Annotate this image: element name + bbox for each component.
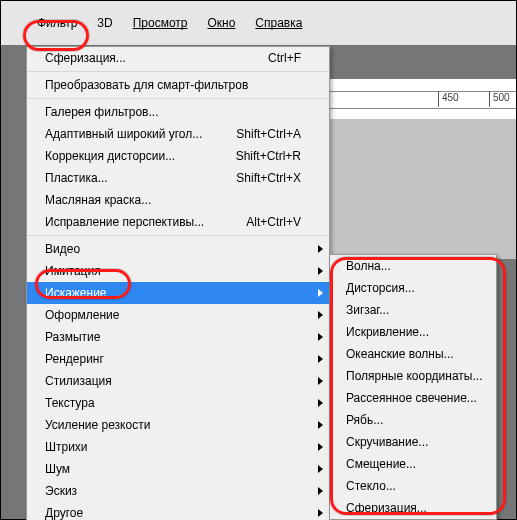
ruler-label: 450 <box>442 92 459 103</box>
chevron-right-icon <box>318 465 323 473</box>
menu-smart-filters[interactable]: Преобразовать для смарт-фильтров <box>27 74 329 96</box>
menu-item-label: Эскиз <box>45 484 77 498</box>
menu-item-label: Исправление перспективы... <box>45 215 204 229</box>
menu-shortcut: Ctrl+F <box>268 47 301 69</box>
chevron-right-icon <box>318 289 323 297</box>
submenu-displace[interactable]: Дисторсия... <box>330 277 496 299</box>
separator <box>27 235 329 236</box>
menu-oil-paint[interactable]: Масляная краска... <box>27 189 329 211</box>
menu-vanishing-point[interactable]: Исправление перспективы... Alt+Ctrl+V <box>27 211 329 233</box>
chevron-right-icon <box>318 443 323 451</box>
menu-adaptive-wide[interactable]: Адаптивный широкий угол... Shift+Ctrl+A <box>27 123 329 145</box>
menu-shortcut: Shift+Ctrl+A <box>236 123 301 145</box>
menu-window[interactable]: Окно <box>199 12 243 34</box>
chevron-right-icon <box>318 421 323 429</box>
menu-item-label: Рендеринг <box>45 352 104 366</box>
menubar: Фильтр 3D Просмотр Окно Справка <box>1 1 516 45</box>
distort-submenu: Волна... Дисторсия... Зигзаг... Искривле… <box>329 254 497 520</box>
menu-item-label: Штрихи <box>45 440 88 454</box>
submenu-twirl[interactable]: Скручивание... <box>330 431 496 453</box>
menu-item-label: Видео <box>45 242 80 256</box>
menu-lens-correction[interactable]: Коррекция дисторсии... Shift+Ctrl+R <box>27 145 329 167</box>
menu-item-label: Адаптивный широкий угол... <box>45 127 202 141</box>
menu-render[interactable]: Рендеринг <box>27 348 329 370</box>
submenu-spherize[interactable]: Сферизация... <box>330 497 496 519</box>
filter-menu: Сферизация... Ctrl+F Преобразовать для с… <box>26 46 330 520</box>
submenu-ripple[interactable]: Рябь... <box>330 409 496 431</box>
menu-item-label: Галерея фильтров... <box>45 105 158 119</box>
submenu-polar[interactable]: Полярные координаты... <box>330 365 496 387</box>
separator <box>27 98 329 99</box>
menu-shortcut: Alt+Ctrl+V <box>246 211 301 233</box>
chevron-right-icon <box>318 377 323 385</box>
menu-item-label: Преобразовать для смарт-фильтров <box>45 78 248 92</box>
menu-shortcut: Shift+Ctrl+X <box>236 167 301 189</box>
menu-repeat-last[interactable]: Сферизация... Ctrl+F <box>27 47 329 69</box>
menu-item-label: Оформление <box>45 308 119 322</box>
menu-item-label: Размытие <box>45 330 100 344</box>
menu-blur[interactable]: Размытие <box>27 326 329 348</box>
menu-item-label: Пластика... <box>45 171 108 185</box>
chevron-right-icon <box>318 355 323 363</box>
ruler-label: 500 <box>493 92 510 103</box>
menu-item-label: Шум <box>45 462 70 476</box>
menu-filter[interactable]: Фильтр <box>29 12 85 34</box>
ruler: 450 500 <box>329 79 516 119</box>
separator <box>27 71 329 72</box>
chevron-right-icon <box>318 311 323 319</box>
menu-item-label: Текстура <box>45 396 95 410</box>
submenu-ocean-ripple[interactable]: Океанские волны... <box>330 343 496 365</box>
menu-liquify[interactable]: Пластика... Shift+Ctrl+X <box>27 167 329 189</box>
menu-brush-strokes[interactable]: Штрихи <box>27 436 329 458</box>
menu-help[interactable]: Справка <box>247 12 310 34</box>
menu-filter-gallery[interactable]: Галерея фильтров... <box>27 101 329 123</box>
menu-shortcut: Shift+Ctrl+R <box>236 145 301 167</box>
menu-video[interactable]: Видео <box>27 238 329 260</box>
submenu-glass[interactable]: Стекло... <box>330 475 496 497</box>
chevron-right-icon <box>318 245 323 253</box>
menu-item-label: Имитация <box>45 264 101 278</box>
submenu-shear[interactable]: Искривление... <box>330 321 496 343</box>
menu-item-label: Масляная краска... <box>45 193 151 207</box>
chevron-right-icon <box>318 509 323 517</box>
menu-noise[interactable]: Шум <box>27 458 329 480</box>
chevron-right-icon <box>318 399 323 407</box>
submenu-displace2[interactable]: Смещение... <box>330 453 496 475</box>
submenu-diffuse-glow[interactable]: Рассеянное свечение... <box>330 387 496 409</box>
chevron-right-icon <box>318 487 323 495</box>
menu-artistic[interactable]: Имитация <box>27 260 329 282</box>
menu-3d[interactable]: 3D <box>89 12 120 34</box>
menu-item-label: Другое <box>45 506 83 520</box>
canvas-bg <box>329 119 516 259</box>
menu-view[interactable]: Просмотр <box>125 12 196 34</box>
menu-stylize[interactable]: Стилизация <box>27 370 329 392</box>
menu-item-label: Сферизация... <box>45 51 126 65</box>
menu-item-label: Коррекция дисторсии... <box>45 149 175 163</box>
menu-texture[interactable]: Текстура <box>27 392 329 414</box>
menu-sketch[interactable]: Эскиз <box>27 480 329 502</box>
submenu-wave[interactable]: Волна... <box>330 255 496 277</box>
menu-other[interactable]: Другое <box>27 502 329 520</box>
menu-item-label: Усиление резкости <box>45 418 150 432</box>
menu-item-label: Искажение <box>45 286 107 300</box>
menu-item-label: Стилизация <box>45 374 112 388</box>
chevron-right-icon <box>318 333 323 341</box>
menu-pixelate[interactable]: Оформление <box>27 304 329 326</box>
chevron-right-icon <box>318 267 323 275</box>
submenu-zigzag[interactable]: Зигзаг... <box>330 299 496 321</box>
menu-distort[interactable]: Искажение <box>27 282 329 304</box>
menu-sharpen[interactable]: Усиление резкости <box>27 414 329 436</box>
